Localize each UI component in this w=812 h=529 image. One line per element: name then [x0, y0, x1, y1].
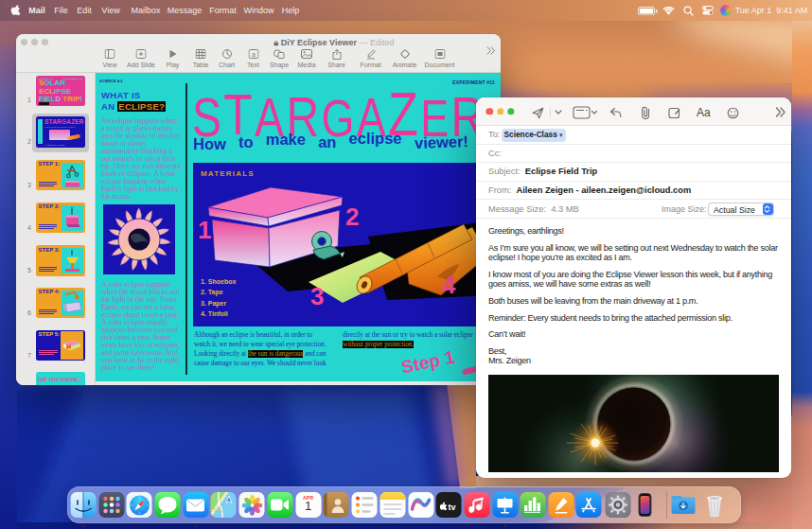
svg-text:3: 3 [310, 282, 324, 310]
svg-text:4: 4 [442, 271, 456, 299]
svg-text:a: a [252, 51, 256, 58]
svg-text:tv: tv [449, 502, 456, 511]
svg-text:2: 2 [345, 203, 359, 231]
svg-text:1: 1 [198, 216, 211, 244]
